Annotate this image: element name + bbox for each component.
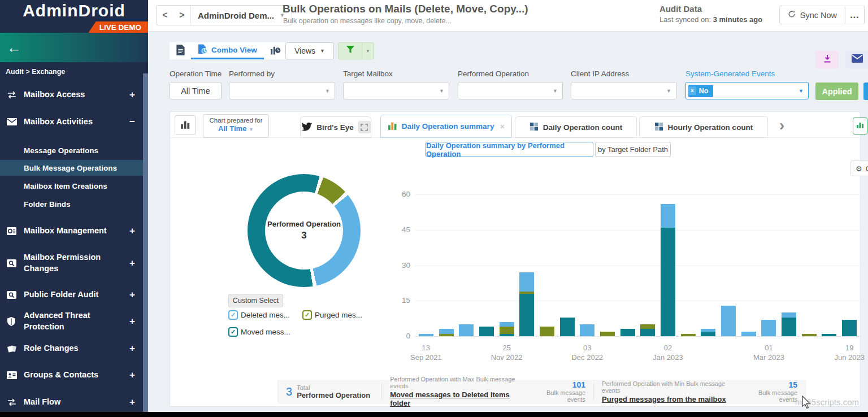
bar-segment-deleted[interactable] (782, 312, 796, 317)
chart-tab-bird-s-eye[interactable]: Bird's Eye (300, 116, 371, 138)
sidebar-scrollbar[interactable] (143, 73, 148, 412)
bar-segment-moved[interactable] (842, 320, 857, 336)
bar-segment-moved[interactable] (519, 294, 534, 336)
legend-item-purged-mes-[interactable]: ✓Purged mes... (302, 310, 362, 320)
download-button[interactable] (815, 51, 839, 68)
max-link[interactable]: Moved messages to Deleted Items folder (390, 390, 529, 407)
chart-tab-daily-operation-summary[interactable]: Daily Operation summary× (380, 115, 512, 138)
bar-segment-deleted[interactable] (459, 324, 474, 336)
more-options-button[interactable]: ... (845, 6, 865, 24)
tab-table-view[interactable] (170, 42, 191, 59)
sidebar-item-mailbox-management[interactable]: Mailbox Management+ (0, 222, 143, 240)
expander-icon[interactable]: + (129, 343, 135, 354)
sidebar-item-role-changes[interactable]: Role Changes+ (0, 340, 143, 358)
bar-segment-purged[interactable] (600, 332, 615, 336)
bar-segment-deleted[interactable] (661, 204, 675, 228)
bar-segment-deleted[interactable] (439, 329, 454, 333)
filter-button[interactable] (338, 42, 362, 59)
tab-chart-view[interactable] (264, 42, 288, 59)
chart-settings-button[interactable]: ⚙ C (850, 160, 868, 176)
nav-forward-icon[interactable]: > (173, 10, 190, 20)
legend-item-deleted-mes-[interactable]: ✓Deleted mes... (228, 310, 290, 320)
bar-segment-deleted[interactable] (721, 306, 736, 336)
email-button[interactable] (845, 51, 868, 68)
legend-item-moved-mess-[interactable]: ✓Moved mess... (228, 327, 290, 337)
sidebar-item-mailbox-access[interactable]: Mailbox Access+ (0, 86, 143, 104)
expander-icon[interactable]: + (129, 289, 135, 301)
expander-icon[interactable]: + (129, 370, 135, 381)
bar-segment-purged[interactable] (519, 292, 534, 294)
applied-button[interactable]: Applied (815, 82, 858, 100)
filter-tag[interactable]: ×No (688, 85, 713, 97)
checkbox-checked-icon[interactable]: ✓ (228, 327, 238, 337)
sidebar-item-mailbox-permission-changes[interactable]: Mailbox Permission Changes+ (0, 249, 143, 278)
bar-segment-moved[interactable] (701, 332, 715, 336)
bar-segment-purged[interactable] (439, 334, 454, 336)
filter-control[interactable]: ▼ (571, 82, 676, 99)
expander-icon[interactable]: + (129, 316, 135, 327)
sidebar-item-mailbox-activities[interactable]: Mailbox Activities− (0, 113, 143, 131)
sidebar-subitem-bulk-message-operations[interactable]: Bulk Message Operations (0, 160, 143, 176)
bar-segment-deleted[interactable] (500, 322, 514, 327)
sync-now-button[interactable]: Sync Now (779, 6, 845, 24)
views-dropdown[interactable]: Views ▼ (285, 42, 334, 59)
sidebar-subitem-mailbox-item-creations[interactable]: Mailbox Item Creations (0, 178, 143, 194)
nav-back-icon[interactable]: < (157, 10, 173, 20)
bar-segment-deleted[interactable] (519, 272, 534, 291)
sidebar-item-groups-contacts[interactable]: Groups & Contacts+ (0, 366, 143, 384)
expand-icon[interactable] (358, 121, 371, 133)
bar-segment-deleted[interactable] (580, 324, 594, 336)
close-tab-icon[interactable]: × (500, 121, 505, 131)
sidebar-item-advanced-threat-protection[interactable]: Advanced Threat Protection+ (0, 312, 143, 331)
bar-segment-moved[interactable] (560, 318, 575, 336)
bar-segment-deleted[interactable] (741, 332, 756, 336)
sidebar-subitem-folder-binds[interactable]: Folder Binds (0, 196, 143, 212)
expander-icon[interactable]: + (129, 89, 135, 101)
bar-segment-moved[interactable] (500, 334, 514, 336)
chart-type-button[interactable] (175, 115, 196, 135)
tabs-scroll-right-icon[interactable]: › (779, 116, 784, 134)
checkbox-checked-icon[interactable]: ✓ (302, 310, 312, 320)
sidebar-item-public-folder-audit[interactable]: Public Folder Audit+ (0, 286, 143, 304)
chart-tab-hourly-operation-count[interactable]: Hourly Operation count (639, 116, 768, 138)
filter-dropdown-button[interactable]: ▼ (362, 42, 374, 59)
filter-control[interactable]: ×No▼ (685, 82, 809, 99)
filter-control[interactable]: All Time (170, 82, 222, 99)
bar-segment-moved[interactable] (620, 329, 635, 336)
subtab-daily-operation-summary-by-performed-ope[interactable]: Daily Operation summary by Performed Ope… (426, 142, 593, 157)
filter-control[interactable]: ▼ (229, 82, 335, 99)
donut-chart[interactable]: Performed Operation 3 (248, 174, 361, 287)
bar-segment-moved[interactable] (479, 327, 494, 336)
bar-segment-moved[interactable] (661, 228, 675, 336)
filter-control[interactable]: ▼ (343, 82, 449, 99)
bar-segment-purged[interactable] (500, 327, 514, 334)
clear-filter-button[interactable] (863, 82, 868, 100)
back-arrow-icon[interactable]: ← (7, 39, 21, 57)
expander-icon[interactable]: + (129, 258, 135, 269)
chart-export-button[interactable] (853, 118, 867, 134)
bar-segment-deleted[interactable] (701, 329, 715, 331)
bar-segment-moved[interactable] (640, 329, 655, 336)
custom-select-button[interactable]: Custom Select (228, 294, 283, 307)
sidebar-item-mail-flow[interactable]: Mail Flow+ (0, 393, 143, 411)
bar-segment-purged[interactable] (681, 334, 696, 336)
checkbox-checked-icon[interactable]: ✓ (228, 310, 238, 320)
sidebar-subitem-message-operations[interactable]: Message Operations (0, 142, 143, 158)
bar-segment-purged[interactable] (540, 327, 554, 336)
tenant-selector[interactable]: AdminDroid Dem... ▼ (190, 6, 292, 25)
bar-segment-purged[interactable] (802, 334, 817, 336)
subtab-by-target-folder-path[interactable]: by Target Folder Path (595, 142, 671, 157)
remove-tag-icon[interactable]: × (688, 86, 696, 95)
bar-segment-moved[interactable] (782, 318, 796, 336)
chart-prepared-for-dropdown[interactable]: Chart prepared for All Time ▼ (203, 114, 269, 138)
filter-control[interactable]: ▼ (458, 82, 563, 99)
bar-segment-deleted[interactable] (761, 320, 776, 336)
bar-segment-deleted[interactable] (419, 334, 433, 336)
tab-combo-view[interactable]: Combo View (191, 42, 264, 59)
expander-icon[interactable]: + (129, 225, 135, 237)
bar-segment-moved[interactable] (822, 334, 836, 336)
min-link[interactable]: Purged messages from the mailbox (602, 395, 740, 403)
bar-segment-purged[interactable] (640, 324, 655, 329)
expander-icon[interactable]: + (129, 397, 135, 408)
chart-tab-daily-operation-count[interactable]: Daily Operation count (515, 116, 637, 138)
